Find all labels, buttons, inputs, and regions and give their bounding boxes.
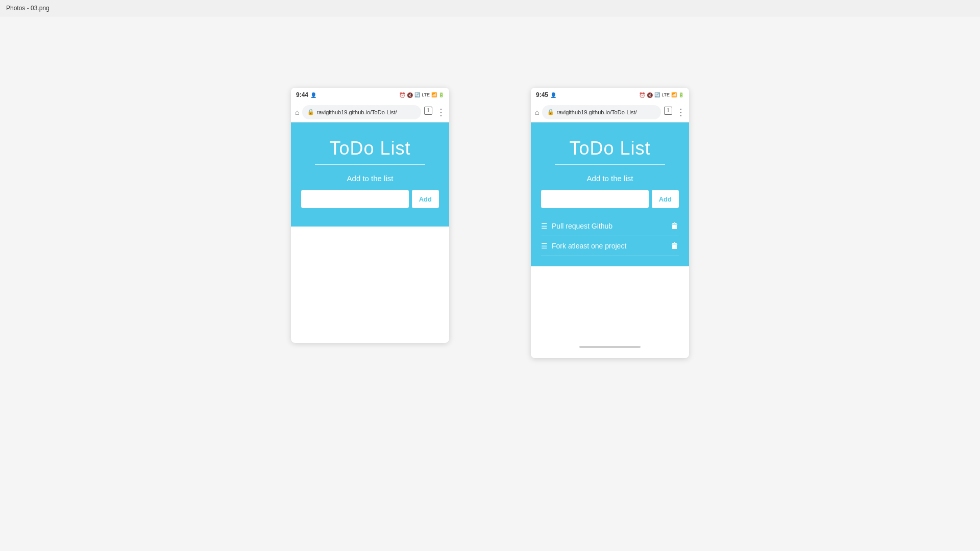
left-status-person-icon: 👤 — [310, 92, 316, 98]
left-tabs-icon[interactable]: 1 — [424, 107, 432, 115]
right-home-icon[interactable]: ⌂ — [535, 108, 539, 116]
left-app-content: ToDo List Add to the list Add — [291, 122, 449, 227]
right-lock-icon: 🔒 — [547, 109, 554, 115]
main-area: 9:44 👤 ⏰ 🔇 🔄 LTE 📶 🔋 ⌂ 🔒 ravigithub19.gi… — [0, 16, 980, 551]
right-browser-menu[interactable]: 1 ⋮ — [664, 107, 685, 118]
left-browser-bar: ⌂ 🔒 ravigithub19.github.io/ToDo-List/ 1 … — [291, 102, 449, 122]
todo-item-2: ☰ Fork atleast one project 🗑 — [541, 236, 679, 256]
right-title-divider — [555, 164, 665, 165]
title-bar: Photos - 03.png — [0, 0, 980, 16]
left-app-title: ToDo List — [329, 138, 410, 159]
left-status-bar: 9:44 👤 ⏰ 🔇 🔄 LTE 📶 🔋 — [291, 88, 449, 102]
left-url-bar[interactable]: 🔒 ravigithub19.github.io/ToDo-List/ — [302, 105, 421, 119]
right-add-button[interactable]: Add — [652, 190, 679, 208]
right-bottom-nav-line — [579, 346, 641, 348]
left-phone-mockup: 9:44 👤 ⏰ 🔇 🔄 LTE 📶 🔋 ⌂ 🔒 ravigithub19.gi… — [291, 88, 449, 343]
right-url-text: ravigithub19.github.io/ToDo-List/ — [556, 109, 636, 115]
right-phone-mockup: 9:45 👤 ⏰ 🔇 🔄 LTE 📶 🔋 ⌂ 🔒 ravigithub19.gi… — [531, 88, 689, 358]
right-more-icon[interactable]: ⋮ — [676, 107, 685, 118]
left-url-text: ravigithub19.github.io/ToDo-List/ — [316, 109, 397, 115]
left-status-icons: ⏰ 🔇 🔄 LTE 📶 🔋 — [399, 92, 444, 98]
right-status-time: 9:45 👤 — [536, 91, 556, 98]
left-lock-icon: 🔒 — [307, 109, 314, 115]
right-status-icons: ⏰ 🔇 🔄 LTE 📶 🔋 — [639, 92, 684, 98]
todo-item-2-delete-button[interactable]: 🗑 — [671, 241, 679, 251]
left-add-button[interactable]: Add — [412, 190, 439, 208]
left-add-label: Add to the list — [347, 174, 394, 183]
left-todo-input[interactable] — [301, 190, 409, 208]
left-browser-menu[interactable]: 1 ⋮ — [424, 107, 445, 118]
right-todo-input[interactable] — [541, 190, 649, 208]
left-more-icon[interactable]: ⋮ — [436, 107, 445, 118]
right-app-title: ToDo List — [569, 138, 650, 159]
right-browser-bar: ⌂ 🔒 ravigithub19.github.io/ToDo-List/ 1 … — [531, 102, 689, 122]
left-home-icon[interactable]: ⌂ — [295, 108, 299, 116]
todo-item-2-menu-icon: ☰ — [541, 242, 548, 250]
todo-item-1-delete-button[interactable]: 🗑 — [671, 221, 679, 231]
right-status-bar: 9:45 👤 ⏰ 🔇 🔄 LTE 📶 🔋 — [531, 88, 689, 102]
right-todo-list: ☰ Pull request Github 🗑 ☰ Fork atleast o… — [541, 216, 679, 256]
right-input-row: Add — [541, 190, 679, 208]
window-title: Photos - 03.png — [6, 5, 50, 12]
left-title-divider — [315, 164, 425, 165]
todo-item-2-text: Fork atleast one project — [552, 242, 626, 250]
todo-item-1: ☰ Pull request Github 🗑 — [541, 216, 679, 236]
right-add-label: Add to the list — [587, 174, 633, 183]
todo-item-1-menu-icon: ☰ — [541, 222, 548, 230]
todo-item-1-text: Pull request Github — [552, 222, 612, 230]
right-url-bar[interactable]: 🔒 ravigithub19.github.io/ToDo-List/ — [542, 105, 661, 119]
right-status-person-icon: 👤 — [550, 92, 556, 98]
left-status-time: 9:44 👤 — [296, 91, 316, 98]
left-input-row: Add — [301, 190, 439, 208]
right-app-content: ToDo List Add to the list Add ☰ Pull req… — [531, 122, 689, 266]
right-tabs-icon[interactable]: 1 — [664, 107, 672, 115]
